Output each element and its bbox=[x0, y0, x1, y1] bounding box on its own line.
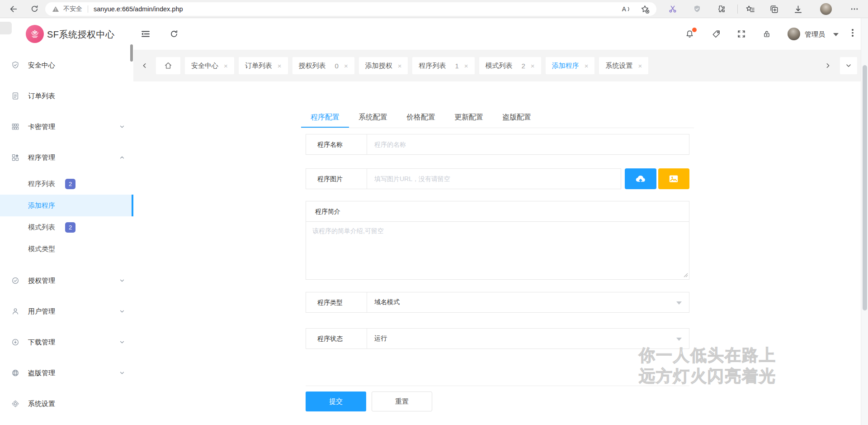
user-menu-caret-icon[interactable] bbox=[833, 33, 839, 36]
menu-collapse-icon[interactable] bbox=[140, 29, 151, 39]
submit-button[interactable]: 提交 bbox=[306, 392, 366, 411]
sidebar-subitem-program-list[interactable]: 程序列表 2 bbox=[0, 173, 133, 195]
tab-system-config[interactable]: 系统配置 bbox=[349, 108, 397, 128]
close-tab-icon[interactable]: × bbox=[464, 62, 468, 69]
sidebar-item-download-management[interactable]: 下载管理 bbox=[0, 327, 133, 358]
app-refresh-icon[interactable] bbox=[169, 29, 179, 39]
sidebar-item-card-key-management[interactable]: 卡密管理 bbox=[0, 111, 133, 142]
tab-label: 添加授权 bbox=[365, 62, 392, 70]
edge-sidebar-handle[interactable] bbox=[0, 22, 12, 34]
sidebar-item-label: 安全中心 bbox=[28, 61, 55, 70]
browser-menu-icon[interactable] bbox=[849, 4, 860, 14]
close-tab-icon[interactable]: × bbox=[638, 62, 642, 69]
chevron-down-icon bbox=[119, 124, 125, 130]
user-avatar[interactable] bbox=[788, 28, 800, 40]
chevron-down-icon bbox=[119, 277, 125, 284]
sidebar-item-system-settings[interactable]: 系统设置 bbox=[0, 388, 133, 419]
tab-label: 系统设置 bbox=[605, 62, 632, 70]
sidebar: 安全中心 订单列表 卡密管理 程序管理 程序列表 2 添加程序 模式列表 2 bbox=[0, 50, 133, 425]
sidebar-item-label: 订单列表 bbox=[28, 92, 55, 100]
address-bar[interactable]: 不安全 sanyue.e:665/admin/index.php A bbox=[45, 2, 656, 16]
workspace-tab-add-program[interactable]: 添加程序 × bbox=[546, 57, 595, 74]
count-badge: 2 bbox=[65, 179, 75, 189]
form-row-program-image: 程序图片 bbox=[306, 168, 689, 189]
resize-handle[interactable] bbox=[684, 273, 688, 277]
tab-piracy-config[interactable]: 盗版配置 bbox=[493, 108, 541, 128]
read-aloud-icon[interactable]: A bbox=[621, 4, 632, 14]
sidebar-item-security-center[interactable]: 安全中心 bbox=[0, 50, 133, 81]
sidebar-item-program-management[interactable]: 程序管理 bbox=[0, 142, 133, 173]
notifications-bell-icon[interactable] bbox=[684, 29, 695, 39]
apps-icon bbox=[11, 153, 20, 162]
program-status-label: 程序状态 bbox=[306, 328, 367, 349]
tabs-menu-icon[interactable] bbox=[840, 57, 857, 74]
lock-icon[interactable] bbox=[761, 29, 772, 39]
fullscreen-icon[interactable] bbox=[736, 29, 747, 39]
workspace-tab-program-list[interactable]: 程序列表 1 × bbox=[412, 57, 474, 74]
tag-icon[interactable] bbox=[711, 29, 722, 39]
program-name-input[interactable] bbox=[367, 134, 689, 155]
tab-price-config[interactable]: 价格配置 bbox=[397, 108, 445, 128]
tabs-scroll-left-icon[interactable] bbox=[140, 61, 150, 71]
header-more-icon[interactable] bbox=[852, 29, 854, 37]
favorites-icon[interactable] bbox=[745, 4, 755, 14]
close-tab-icon[interactable]: × bbox=[278, 62, 282, 69]
browser-back-button[interactable] bbox=[8, 4, 19, 14]
program-status-select[interactable]: 运行 bbox=[367, 328, 689, 349]
shield-check-icon bbox=[11, 61, 20, 70]
reset-button[interactable]: 重置 bbox=[372, 392, 432, 411]
sidebar-item-label: 授权管理 bbox=[28, 277, 55, 285]
workspace-tab-system-settings[interactable]: 系统设置 × bbox=[599, 57, 648, 74]
sidebar-item-piracy-management[interactable]: 盗版管理 bbox=[0, 358, 133, 388]
program-image-label: 程序图片 bbox=[306, 168, 367, 189]
extensions-puzzle-icon[interactable] bbox=[717, 4, 726, 14]
sidebar-subitem-add-program[interactable]: 添加程序 bbox=[0, 195, 133, 216]
home-icon bbox=[164, 61, 173, 70]
workspace-tab-bar: 安全中心 × 订单列表 × 授权列表 0 × 添加授权 × 程序列表 1 × 模… bbox=[133, 50, 861, 81]
username-label[interactable]: 管理员 bbox=[805, 30, 825, 39]
url-text[interactable]: sanyue.e:665/admin/index.php bbox=[94, 5, 183, 13]
check-circle-icon bbox=[11, 276, 20, 285]
sidebar-subitem-label: 模式类型 bbox=[28, 245, 55, 253]
security-status-label[interactable]: 不安全 bbox=[63, 5, 82, 13]
program-intro-textarea[interactable] bbox=[306, 222, 689, 280]
collections-icon[interactable] bbox=[769, 4, 779, 14]
close-tab-icon[interactable]: × bbox=[398, 62, 402, 69]
extension-scissors-icon[interactable] bbox=[668, 4, 678, 14]
sidebar-item-auth-management[interactable]: 授权管理 bbox=[0, 265, 133, 296]
workspace-tab-add-auth[interactable]: 添加授权 × bbox=[359, 57, 408, 74]
close-tab-icon[interactable]: × bbox=[344, 62, 348, 69]
close-tab-icon[interactable]: × bbox=[531, 62, 535, 69]
program-image-input[interactable] bbox=[367, 168, 621, 189]
browser-refresh-button[interactable] bbox=[29, 4, 40, 14]
browser-chrome: 不安全 sanyue.e:665/admin/index.php A bbox=[0, 0, 868, 18]
sidebar-subitem-label: 添加程序 bbox=[28, 201, 55, 210]
sidebar-item-order-list[interactable]: 订单列表 bbox=[0, 81, 133, 111]
sidebar-subitem-mode-type[interactable]: 模式类型 bbox=[0, 238, 133, 260]
preview-image-button[interactable] bbox=[658, 168, 690, 189]
shield-extension-icon[interactable] bbox=[692, 4, 702, 14]
scrollbar-thumb[interactable] bbox=[863, 65, 867, 310]
add-favorite-icon[interactable] bbox=[640, 4, 650, 14]
sidebar-subitem-mode-list[interactable]: 模式列表 2 bbox=[0, 216, 133, 238]
home-tab[interactable] bbox=[156, 57, 180, 74]
downloads-icon[interactable] bbox=[793, 4, 803, 14]
close-tab-icon[interactable]: × bbox=[224, 62, 228, 69]
workspace-tab-order-list[interactable]: 订单列表 × bbox=[239, 57, 288, 74]
chevron-down-icon bbox=[119, 339, 125, 345]
tabs-scroll-right-icon[interactable] bbox=[823, 61, 833, 71]
app-title: SF系统授权中心 bbox=[47, 29, 115, 41]
browser-profile-avatar[interactable] bbox=[820, 3, 832, 15]
program-type-select[interactable]: 域名模式 bbox=[367, 292, 689, 313]
form-row-program-name: 程序名称 bbox=[306, 134, 689, 155]
workspace-tab-security-center[interactable]: 安全中心 × bbox=[185, 57, 234, 74]
workspace-tab-mode-list[interactable]: 模式列表 2 × bbox=[479, 57, 541, 74]
close-tab-icon[interactable]: × bbox=[585, 62, 589, 69]
form-row-program-type: 程序类型 域名模式 bbox=[306, 292, 689, 313]
sidebar-subitem-label: 模式列表 bbox=[28, 223, 55, 232]
tab-update-config[interactable]: 更新配置 bbox=[445, 108, 493, 128]
tab-program-config[interactable]: 程序配置 bbox=[301, 108, 349, 128]
sidebar-item-user-management[interactable]: 用户管理 bbox=[0, 296, 133, 327]
workspace-tab-auth-list[interactable]: 授权列表 0 × bbox=[292, 57, 354, 74]
upload-image-button[interactable] bbox=[625, 168, 656, 189]
